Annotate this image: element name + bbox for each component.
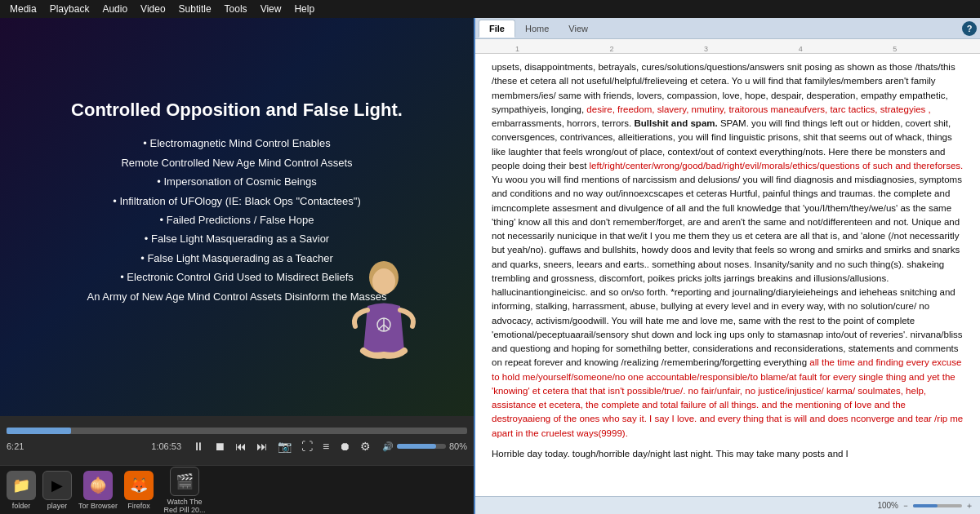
menu-tools[interactable]: Tools: [218, 2, 254, 16]
watch-icon: 🎬: [170, 467, 199, 496]
fullscreen-button[interactable]: ⛶: [298, 439, 316, 454]
taskbar-watch[interactable]: 🎬 Watch The Red Pill 20...: [160, 467, 209, 514]
snapshot-button[interactable]: 📷: [274, 439, 295, 454]
red-text-desire: desire, freedom, slavery, nmutiny, trait…: [586, 104, 930, 114]
volume-bar[interactable]: [397, 444, 446, 449]
bullet-8: • Electronic Control Grid Used to Misdir…: [8, 268, 466, 286]
bullet-6: • False Light Masquerading as a Savior: [8, 229, 466, 248]
main-area: Controlled Opposition and False Light. •…: [0, 18, 980, 514]
taskbar-folder[interactable]: 📁 folder: [7, 471, 36, 510]
volume-area: 🔊 80%: [382, 441, 467, 452]
ruler-mark-3: 3: [704, 45, 708, 53]
video-display: Controlled Opposition and False Light. •…: [0, 18, 474, 416]
video-overlay: Controlled Opposition and False Light. •…: [8, 100, 466, 306]
progress-bar-fill: [7, 428, 71, 434]
bullet-2: Remote Controlled New Age Mind Control A…: [8, 153, 466, 172]
video-bullets: • Electromagnetic Mind Control Enables R…: [8, 134, 466, 306]
video-panel: Controlled Opposition and False Light. •…: [0, 18, 474, 514]
taskbar-firefox[interactable]: 🦊 Firefox: [124, 471, 154, 510]
bullet-7: • False Light Masquerading as a Teacher: [8, 249, 466, 268]
menu-audio[interactable]: Audio: [96, 2, 134, 16]
bullet-9: An Army of New Age Mind Control Assets D…: [8, 287, 466, 306]
doc-paragraph-1: upsets, disappointments, betrayals, cure…: [492, 60, 964, 441]
ribbon-tabs: File Home View ?: [475, 18, 980, 39]
taskbar-player[interactable]: ▶ player: [42, 471, 72, 510]
progress-bar[interactable]: [7, 428, 467, 434]
video-title: Controlled Opposition and False Light.: [8, 100, 466, 121]
next-button[interactable]: ⏭: [253, 439, 271, 454]
firefox-label: Firefox: [127, 502, 150, 510]
control-buttons: ⏸ ⏹ ⏮ ⏭ 📷 ⛶ ≡ ⏺ ⚙: [189, 439, 374, 454]
stop-button[interactable]: ⏹: [211, 439, 229, 454]
doc-panel: File Home View ? 1 2 3 4 5 upsets, disap…: [474, 18, 980, 514]
doc-ribbon: File Home View ? 1 2 3 4 5: [475, 18, 980, 54]
tab-file[interactable]: File: [479, 20, 515, 38]
record-button[interactable]: ⏺: [336, 439, 354, 454]
doc-content[interactable]: upsets, disappointments, betrayals, cure…: [475, 54, 980, 496]
menu-view[interactable]: View: [254, 2, 288, 16]
time-display: 6:21 1:06:53: [7, 441, 181, 451]
playlist-button[interactable]: ≡: [319, 439, 332, 454]
menu-bar: Media Playback Audio Video Subtitle Tool…: [0, 0, 980, 18]
bold-text-bullshit: Bullshit and spam.: [634, 118, 717, 128]
tab-home[interactable]: Home: [515, 20, 559, 37]
menu-help[interactable]: Help: [287, 2, 321, 16]
prev-button[interactable]: ⏮: [232, 439, 250, 454]
tor-label: Tor Browser: [78, 502, 118, 510]
zoom-minus-icon[interactable]: －: [902, 500, 910, 512]
ruler-marks: 1 2 3 4 5: [492, 39, 964, 53]
zoom-slider[interactable]: [913, 504, 962, 507]
status-zoom: 100% － ＋: [877, 500, 973, 512]
ruler-mark-1: 1: [515, 45, 519, 53]
player-icon: ▶: [42, 471, 72, 500]
tor-icon: 🧅: [83, 471, 113, 500]
help-button[interactable]: ?: [962, 21, 977, 36]
bullet-1: • Electromagnetic Mind Control Enables: [8, 134, 466, 153]
ruler: 1 2 3 4 5: [475, 39, 980, 54]
volume-icon: 🔊: [382, 441, 394, 452]
taskbar: 📁 folder ▶ player 🧅 Tor Browser 🦊 Firefo…: [0, 465, 474, 514]
zoom-plus-icon[interactable]: ＋: [965, 500, 973, 512]
folder-icon: 📁: [7, 471, 36, 500]
volume-pct: 80%: [449, 441, 467, 451]
firefox-icon: 🦊: [124, 471, 154, 500]
watch-label: Watch The Red Pill 20...: [160, 498, 209, 514]
time-current: 6:21: [7, 441, 24, 451]
bullet-4: • Infiltration of UFOlogy (IE: Black Ops…: [8, 192, 466, 210]
time-total: 1:06:53: [151, 441, 181, 451]
folder-label: folder: [12, 502, 31, 510]
volume-fill: [397, 444, 436, 449]
player-label: player: [47, 502, 68, 510]
play-pause-button[interactable]: ⏸: [189, 439, 207, 454]
ruler-mark-2: 2: [610, 45, 614, 53]
tab-view[interactable]: View: [559, 20, 598, 37]
red-text-all-the-time: all the time and finding every excuse to…: [492, 357, 963, 437]
menu-subtitle[interactable]: Subtitle: [172, 2, 218, 16]
doc-paragraph-2: Horrible day today. tough/horrible day/n…: [492, 447, 964, 461]
video-controls: 6:21 1:06:53 ⏸ ⏹ ⏮ ⏭ 📷 ⛶ ≡ ⏺: [0, 416, 474, 465]
ruler-mark-5: 5: [893, 45, 897, 53]
controls-row: 6:21 1:06:53 ⏸ ⏹ ⏮ ⏭ 📷 ⛶ ≡ ⏺: [7, 439, 467, 454]
doc-statusbar: 100% － ＋: [475, 496, 980, 514]
menu-video[interactable]: Video: [134, 2, 172, 16]
zoom-pct: 100%: [877, 501, 898, 510]
settings-button[interactable]: ⚙: [357, 439, 374, 454]
ruler-mark-4: 4: [799, 45, 803, 53]
red-text-left-right: left/right/center/wrong/good/bad/right/e…: [590, 161, 964, 171]
bullet-3: • Impersonation of Cosmic Beings: [8, 172, 466, 191]
taskbar-tor[interactable]: 🧅 Tor Browser: [78, 471, 118, 510]
menu-playback[interactable]: Playback: [43, 2, 96, 16]
menu-media[interactable]: Media: [3, 2, 43, 16]
bullet-5: • Failed Predictions / False Hope: [8, 210, 466, 229]
zoom-slider-fill: [913, 504, 938, 507]
